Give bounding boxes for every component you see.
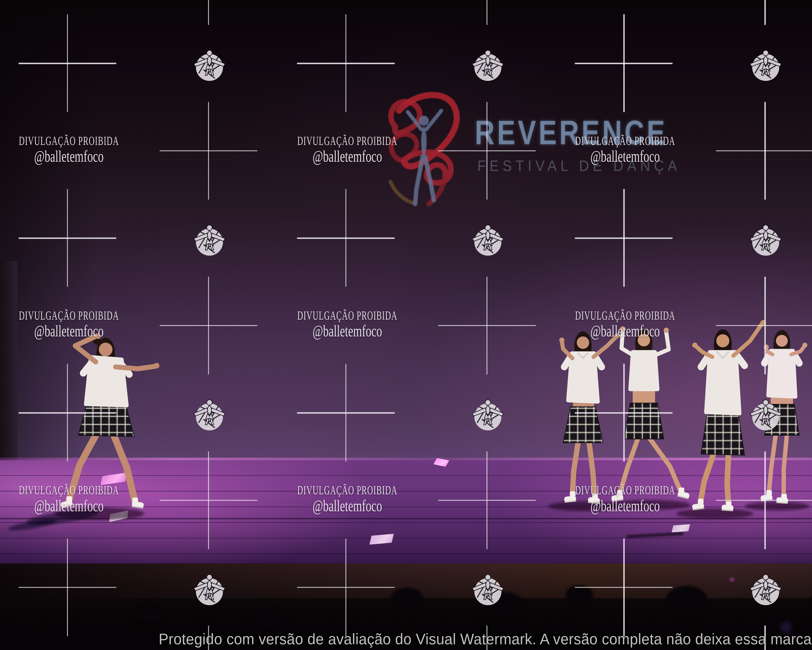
ballet-dancer-aperture-icon xyxy=(748,572,784,606)
ballet-dancer-aperture-icon xyxy=(748,397,784,431)
ballet-dancer-aperture-icon xyxy=(470,48,506,82)
stage-photo: REVERENCE FESTIVAL DE DANÇA DIVULGAÇÃO P… xyxy=(0,0,812,650)
ballet-dancer-aperture-icon xyxy=(748,223,784,257)
dancer-3 xyxy=(609,326,690,510)
ballet-dancer-aperture-icon xyxy=(470,223,506,257)
ballet-dancer-aperture-icon xyxy=(191,397,227,431)
scale-wrapper: REVERENCE FESTIVAL DE DANÇA DIVULGAÇÃO P… xyxy=(0,0,812,650)
ballet-dancer-aperture-icon xyxy=(191,572,227,606)
ballet-dancer-aperture-icon xyxy=(748,48,784,82)
ballet-dancer-aperture-icon xyxy=(191,223,227,257)
dancers-layer xyxy=(0,0,812,650)
ballet-dancer-aperture-icon xyxy=(191,48,227,82)
ballet-dancer-aperture-icon xyxy=(470,572,506,606)
ballet-dancer-aperture-icon xyxy=(470,397,506,431)
dancer-2 xyxy=(548,332,620,511)
dancer-1-left xyxy=(7,334,159,533)
watermark-evaluation-notice: Protegido com versão de avaliação do Vis… xyxy=(20,631,812,648)
